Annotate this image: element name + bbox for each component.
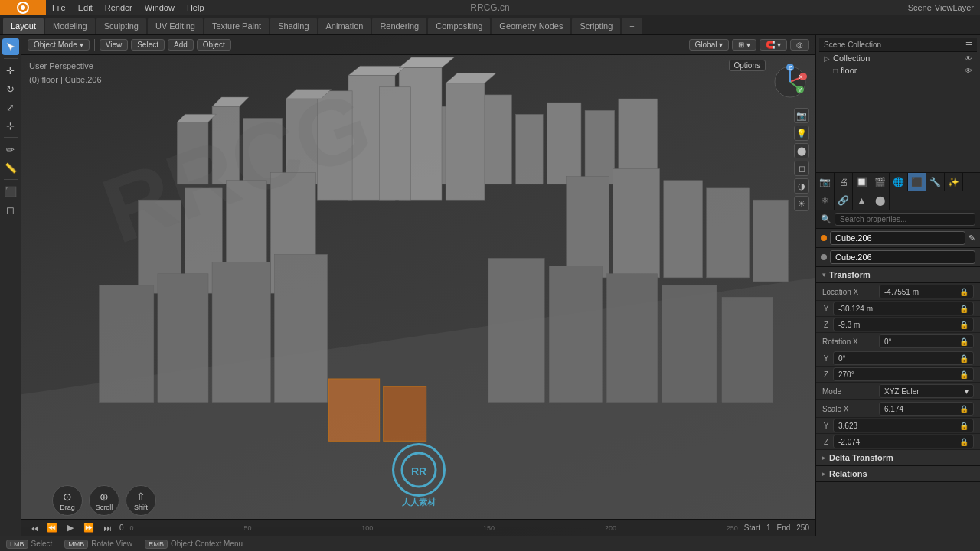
scale-z-label: Z — [822, 438, 830, 446]
global-transform-btn[interactable]: Global ▾ — [689, 39, 730, 51]
tool-rotate[interactable]: ↻ — [2, 80, 19, 97]
location-z-lock[interactable]: 🔒 — [959, 321, 969, 329]
rotation-mode-dropdown[interactable]: XYZ Euler ▾ — [879, 384, 974, 398]
properties-search-input[interactable] — [835, 213, 975, 226]
tool-transform[interactable]: ⊹ — [2, 117, 19, 134]
menu-window[interactable]: Window — [139, 0, 181, 15]
location-z-value[interactable]: -9.3 m 🔒 — [833, 318, 974, 331]
tab-scripting[interactable]: Scripting — [572, 18, 620, 34]
scale-y-lock[interactable]: 🔒 — [959, 422, 969, 430]
object-name-input[interactable] — [830, 231, 965, 245]
prop-modifier-btn[interactable]: 🔧 — [926, 173, 945, 191]
scale-x-value[interactable]: 6.174 🔒 — [879, 402, 974, 416]
rotation-y-lock[interactable]: 🔒 — [959, 354, 969, 363]
relations-header[interactable]: ▸ Relations — [816, 466, 980, 482]
render-mode-material[interactable]: ◑ — [794, 178, 809, 194]
scale-z-value[interactable]: -2.074 🔒 — [833, 435, 974, 448]
render-mode-solid[interactable]: ⬤ — [794, 143, 809, 158]
options-button[interactable]: Options — [729, 60, 766, 71]
prop-object-btn[interactable]: ⬛ — [908, 173, 926, 191]
tool-annotate[interactable]: ✏ — [2, 141, 19, 158]
end-value: 250 — [796, 523, 809, 532]
timeline-end-btn[interactable]: ⏭ — [101, 522, 113, 534]
add-menu-btn[interactable]: Add — [168, 39, 194, 51]
floor-visibility-icon[interactable]: 👁 — [965, 67, 972, 75]
outliner-floor[interactable]: □ floor 👁 — [828, 64, 977, 77]
prop-output-btn[interactable]: 🖨 — [835, 173, 853, 191]
outliner-filter-icon[interactable]: ☰ — [965, 41, 972, 49]
rotation-x-lock[interactable]: 🔒 — [959, 337, 969, 346]
object-mode-btn[interactable]: Object Mode ▾ — [28, 39, 90, 51]
location-x-value[interactable]: -4.7551 m 🔒 — [879, 285, 974, 298]
proportional-btn[interactable]: ◎ — [790, 39, 809, 51]
view-menu-btn[interactable]: View — [100, 39, 129, 51]
rotation-x-value[interactable]: 0° 🔒 — [879, 334, 974, 348]
svg-rect-30 — [100, 285, 154, 403]
timeline-play-btn[interactable]: ▶ — [64, 522, 77, 534]
select-menu-btn[interactable]: Select — [131, 39, 165, 51]
scale-y-value[interactable]: 3.623 🔒 — [833, 419, 974, 432]
camera-btn[interactable]: 📷 — [794, 108, 809, 123]
tab-texture-paint[interactable]: Texture Paint — [204, 18, 269, 34]
tab-layout[interactable]: Layout — [3, 18, 44, 34]
tool-select[interactable] — [2, 38, 19, 55]
transform-section-header[interactable]: ▾ Transform — [816, 267, 980, 283]
drag-shortcut[interactable]: ⊙ Drag — [52, 485, 83, 516]
tab-geometry-nodes[interactable]: Geometry Nodes — [492, 18, 570, 34]
viewport[interactable]: RRCG Object Mode ▾ View Select Add Objec… — [21, 35, 815, 536]
collection-visibility-icon[interactable]: 👁 — [965, 54, 972, 63]
display-name-input[interactable] — [830, 250, 975, 264]
render-mode-render[interactable]: ☀ — [794, 196, 809, 211]
snap-btn[interactable]: 🧲 ▾ — [760, 39, 787, 51]
tool-move[interactable]: ✛ — [2, 62, 19, 79]
light-btn[interactable]: 💡 — [794, 126, 809, 141]
tab-animation[interactable]: Animation — [318, 18, 371, 34]
tool-add-plane[interactable]: ◻ — [2, 201, 19, 218]
location-x-lock[interactable]: 🔒 — [959, 288, 969, 296]
menu-render[interactable]: Render — [99, 0, 139, 15]
tool-scale[interactable]: ⤢ — [2, 99, 19, 116]
transform-pivot-btn[interactable]: ⊞ ▾ — [732, 39, 756, 51]
prop-render-btn[interactable]: 📷 — [816, 173, 835, 191]
tool-measure[interactable]: 📏 — [2, 159, 19, 176]
timeline-next-btn[interactable]: ⏩ — [83, 522, 95, 534]
tool-add-cube[interactable]: ⬛ — [2, 183, 19, 200]
prop-material-btn[interactable]: ⬤ — [871, 191, 890, 210]
prop-view-btn[interactable]: 🔲 — [853, 173, 871, 191]
tab-sculpting[interactable]: Sculpting — [96, 18, 146, 34]
scale-x-lock[interactable]: 🔒 — [959, 405, 969, 413]
delta-transform-header[interactable]: ▸ Delta Transform — [816, 450, 980, 466]
menu-help[interactable]: Help — [181, 0, 211, 15]
scroll-shortcut[interactable]: ⊕ Scroll — [89, 485, 119, 516]
rotation-z-lock[interactable]: 🔒 — [959, 370, 969, 379]
rotation-row: Rotation X 0° 🔒 — [816, 333, 980, 350]
shift-shortcut[interactable]: ⇧ Shift — [126, 485, 156, 516]
tab-modeling[interactable]: Modeling — [45, 18, 95, 34]
edit-icon[interactable]: ✎ — [969, 233, 975, 243]
rotation-z-value[interactable]: 270° 🔒 — [833, 367, 974, 381]
prop-data-btn[interactable]: ▲ — [853, 191, 871, 210]
location-y-lock[interactable]: 🔒 — [959, 305, 969, 313]
prop-world-btn[interactable]: 🌐 — [890, 173, 908, 191]
outliner-collection[interactable]: ▷ Collection 👁 — [819, 52, 977, 64]
tab-rendering[interactable]: Rendering — [372, 18, 426, 34]
prop-physics-btn[interactable]: ⚛ — [816, 191, 835, 210]
menu-file[interactable]: File — [46, 0, 72, 15]
scale-z-lock[interactable]: 🔒 — [959, 438, 969, 446]
rotation-y-value[interactable]: 0° 🔒 — [833, 351, 974, 365]
tab-uv-editing[interactable]: UV Editing — [148, 18, 203, 34]
prop-particles-btn[interactable]: ✨ — [945, 173, 963, 191]
relations-title: Relations — [829, 469, 867, 478]
location-y-value[interactable]: -30.124 m 🔒 — [833, 302, 974, 315]
prop-constraints-btn[interactable]: 🔗 — [835, 191, 853, 210]
add-workspace-btn[interactable]: + — [622, 18, 642, 34]
timeline-prev-btn[interactable]: ⏪ — [46, 522, 58, 534]
timeline-start-btn[interactable]: ⏮ — [28, 522, 40, 534]
axis-gizmo[interactable]: X Y Z — [771, 63, 809, 101]
menu-edit[interactable]: Edit — [72, 0, 99, 15]
tab-compositing[interactable]: Compositing — [428, 18, 490, 34]
tab-shading[interactable]: Shading — [270, 18, 316, 34]
render-mode-wire[interactable]: ◻ — [794, 161, 809, 176]
prop-scene-btn[interactable]: 🎬 — [871, 173, 890, 191]
object-menu-btn[interactable]: Object — [197, 39, 231, 51]
